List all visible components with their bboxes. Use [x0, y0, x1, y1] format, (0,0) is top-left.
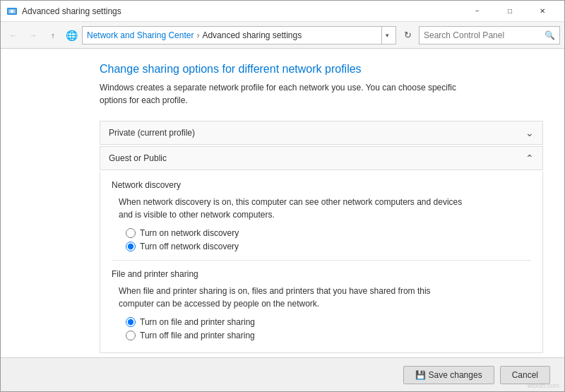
refresh-button[interactable]: ↻ [399, 27, 416, 44]
window-title: Advanced sharing settings [22, 6, 461, 16]
search-input[interactable] [424, 30, 545, 40]
guest-public-header[interactable]: Guest or Public ⌃ [100, 146, 543, 170]
window-controls: − □ ✕ [461, 1, 559, 22]
network-discovery-block: Network discovery When network discovery… [112, 180, 531, 251]
window-icon [6, 6, 18, 17]
footer: 💾 Save changes Cancel [1, 357, 564, 391]
close-button[interactable]: ✕ [526, 1, 559, 22]
forward-button[interactable]: → [25, 27, 42, 44]
guest-public-title: Guest or Public [109, 153, 167, 163]
page-title: Change sharing options for different net… [100, 63, 543, 76]
search-box: 🔍 [419, 26, 560, 44]
maximize-button[interactable]: □ [494, 1, 526, 22]
private-profile-section: Private (current profile) ⌄ [100, 121, 543, 145]
svg-point-2 [11, 10, 13, 13]
save-changes-button[interactable]: 💾 Save changes [403, 366, 494, 384]
private-chevron: ⌄ [525, 127, 534, 138]
network-discovery-title: Network discovery [112, 180, 531, 190]
file-printer-title: File and printer sharing [112, 269, 531, 279]
minimize-button[interactable]: − [461, 1, 494, 22]
back-button[interactable]: ← [5, 27, 22, 44]
main-window: Advanced sharing settings − □ ✕ ← → ↑ 🌐 … [0, 0, 565, 392]
fps-on-label: Turn on file and printer sharing [140, 317, 255, 327]
file-printer-block: File and printer sharing When file and p… [112, 269, 531, 340]
fps-off-option[interactable]: Turn off file and printer sharing [126, 331, 531, 340]
nav-bar: ← → ↑ 🌐 « Private (current profile) Netw… [1, 22, 564, 49]
file-printer-desc: When file and printer sharing is on, fil… [119, 285, 465, 310]
nd-off-label: Turn off network discovery [140, 242, 239, 251]
save-icon: 💾 [415, 370, 426, 380]
nav-path-network-sharing[interactable]: Network and Sharing Center [87, 30, 194, 40]
nd-on-label: Turn on network discovery [140, 228, 239, 238]
nd-on-radio[interactable] [126, 228, 136, 238]
fps-off-radio[interactable] [126, 331, 136, 340]
guest-public-chevron: ⌃ [525, 153, 534, 164]
nav-dropdown-btn[interactable]: ▾ [381, 26, 393, 44]
search-icon: 🔍 [545, 30, 555, 40]
network-discovery-desc: When network discovery is on, this compu… [119, 196, 465, 221]
cancel-button[interactable]: Cancel [500, 366, 550, 384]
private-profile-title: Private (current profile) [109, 128, 195, 138]
fps-on-radio[interactable] [126, 317, 136, 327]
title-bar: Advanced sharing settings − □ ✕ [1, 1, 564, 22]
section-divider [112, 260, 531, 261]
nd-on-option[interactable]: Turn on network discovery [126, 228, 531, 238]
nav-path-current: Advanced sharing settings [202, 30, 302, 40]
private-profile-header[interactable]: Private (current profile) ⌄ [100, 121, 543, 145]
guest-public-content: Network discovery When network discovery… [100, 172, 543, 353]
guest-public-section: Guest or Public ⌃ Network discovery When… [100, 146, 543, 353]
breadcrumb-icon: 🌐 [66, 30, 78, 41]
main-content: Change sharing options for different net… [1, 49, 564, 357]
nd-off-radio[interactable] [126, 242, 136, 251]
watermark: wsxdn.com [528, 382, 559, 389]
up-button[interactable]: ↑ [44, 27, 61, 44]
nd-off-option[interactable]: Turn off network discovery [126, 242, 531, 251]
fps-off-label: Turn off file and printer sharing [140, 331, 255, 340]
fps-on-option[interactable]: Turn on file and printer sharing [126, 317, 531, 327]
page-description: Windows creates a separate network profi… [100, 81, 481, 107]
save-label: Save changes [429, 370, 482, 380]
